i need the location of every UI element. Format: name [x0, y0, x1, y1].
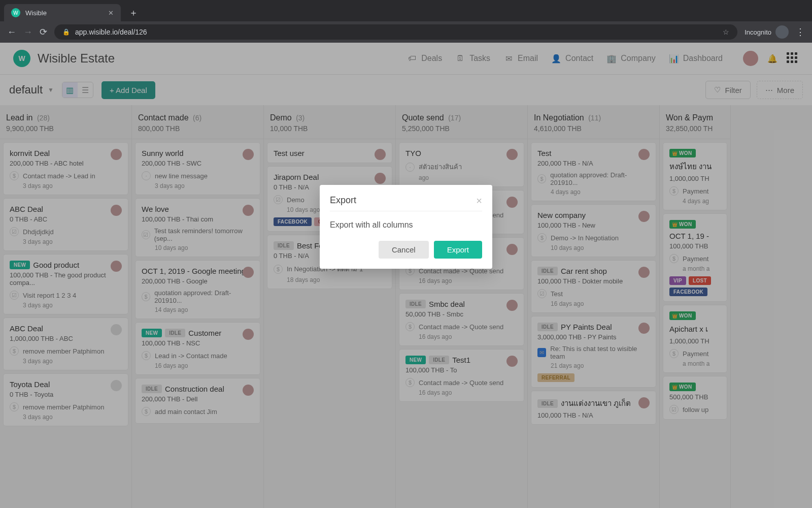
address-bar[interactable]: 🔒 app.wisible.io/deal/126 ☆	[54, 24, 737, 40]
incognito-indicator: Incognito	[745, 25, 789, 39]
modal-overlay[interactable]: Export × Export with all columns Cancel …	[0, 43, 812, 508]
browser-tab[interactable]: W Wisible ✕	[4, 4, 121, 21]
lock-icon: 🔒	[62, 28, 70, 36]
url-text: app.wisible.io/deal/126	[75, 28, 147, 36]
tab-title: Wisible	[25, 9, 47, 17]
modal-title: Export	[330, 195, 356, 206]
bookmark-icon[interactable]: ☆	[723, 28, 729, 36]
modal-close-icon[interactable]: ×	[476, 196, 482, 206]
close-tab-icon[interactable]: ✕	[108, 9, 114, 17]
forward-button[interactable]: →	[23, 27, 32, 38]
incognito-icon	[775, 25, 789, 39]
reload-button[interactable]: ⟳	[40, 26, 47, 38]
cancel-button[interactable]: Cancel	[379, 241, 429, 259]
export-button[interactable]: Export	[434, 241, 482, 259]
browser-menu-icon[interactable]: ⋮	[796, 26, 805, 38]
new-tab-button[interactable]: ＋	[126, 7, 141, 19]
favicon-icon: W	[11, 8, 20, 17]
modal-message: Export with all columns	[330, 220, 482, 230]
export-modal: Export × Export with all columns Cancel …	[320, 185, 492, 269]
back-button[interactable]: ←	[7, 27, 16, 38]
